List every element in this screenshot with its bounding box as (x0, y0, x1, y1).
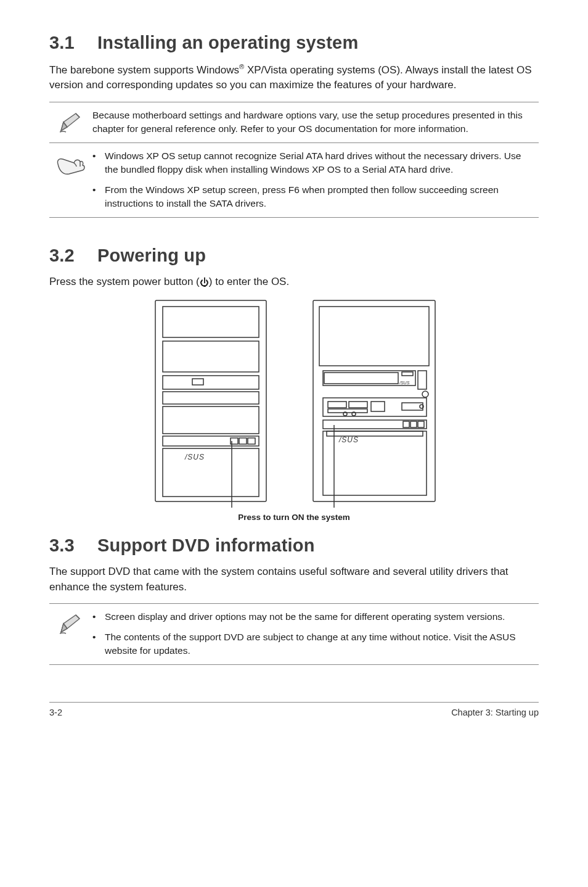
section-3-2-title: Powering up (97, 245, 206, 265)
note-hand-block: • Windows XP OS setup cannot recognize S… (49, 143, 539, 218)
svg-rect-34 (403, 421, 409, 427)
svg-rect-19 (324, 373, 398, 384)
section-3-2-heading: 3.2Powering up (49, 242, 539, 268)
svg-rect-11 (239, 438, 247, 444)
section-3-1-heading: 3.1Installing an operating system (49, 30, 539, 56)
svg-rect-7 (163, 392, 259, 404)
svg-rect-12 (248, 438, 255, 444)
svg-text:/SUS: /SUS (399, 381, 410, 385)
power-icon: ⏻ (200, 276, 209, 289)
svg-rect-35 (410, 421, 417, 427)
svg-rect-16 (313, 300, 435, 501)
svg-rect-8 (163, 406, 259, 434)
bullet-dot: • (92, 183, 105, 211)
chapter-label: Chapter 3: Starting up (451, 706, 539, 719)
section-3-3-heading: 3.3Support DVD information (49, 532, 539, 558)
svg-rect-4 (163, 341, 259, 372)
svg-rect-20 (402, 372, 413, 376)
section-3-2-paragraph: Press the system power button (⏻) to ent… (49, 274, 539, 290)
section-3-3-title: Support DVD information (97, 535, 315, 555)
bullet-dot: • (92, 630, 105, 658)
svg-rect-3 (163, 307, 259, 337)
pencil-icon (49, 109, 92, 134)
svg-rect-6 (192, 379, 203, 385)
svg-rect-17 (319, 307, 429, 366)
svg-rect-22 (418, 371, 427, 389)
note-text: Windows XP OS setup cannot recognize Ser… (105, 149, 536, 177)
page-footer: 3-2 Chapter 3: Starting up (49, 702, 539, 719)
tower-figures: /SUS /SUS (49, 298, 539, 508)
bullet-dot: • (92, 610, 105, 624)
svg-rect-25 (328, 402, 346, 408)
tower-front-1: /SUS (149, 298, 272, 508)
note-text: From the Windows XP setup screen, press … (105, 183, 536, 211)
svg-rect-27 (328, 409, 367, 413)
svg-point-23 (422, 391, 428, 397)
page-number: 3-2 (49, 706, 62, 719)
section-3-1-title: Installing an operating system (97, 33, 358, 52)
bullet-dot: • (92, 149, 105, 177)
svg-text:/SUS: /SUS (184, 453, 205, 461)
section-3-3-number: 3.3 (49, 535, 75, 555)
figure-caption: Press to turn ON the system (49, 511, 539, 524)
svg-text:/SUS: /SUS (338, 435, 359, 444)
svg-rect-13 (163, 448, 259, 497)
svg-rect-28 (371, 402, 385, 411)
svg-rect-26 (349, 402, 367, 408)
note-pencil-block-2: • Screen display and driver options may … (49, 603, 539, 664)
pencil-icon (49, 610, 92, 636)
tower-front-2: /SUS (309, 298, 439, 508)
note-text: Because motherboard settings and hardwar… (92, 109, 536, 136)
section-3-2-number: 3.2 (49, 245, 75, 265)
section-3-1-paragraph: The barebone system supports Windows® XP… (49, 62, 539, 93)
svg-rect-5 (163, 376, 259, 389)
svg-rect-2 (155, 300, 266, 501)
svg-rect-36 (418, 421, 424, 427)
note-text: Screen display and driver options may no… (105, 610, 536, 624)
hand-icon (49, 149, 92, 178)
note-text: The contents of the support DVD are subj… (105, 630, 536, 658)
note-pencil-block: Because motherboard settings and hardwar… (49, 102, 539, 143)
section-3-1-number: 3.1 (49, 33, 75, 52)
section-3-3-paragraph: The support DVD that came with the syste… (49, 564, 539, 595)
svg-rect-24 (323, 398, 427, 416)
